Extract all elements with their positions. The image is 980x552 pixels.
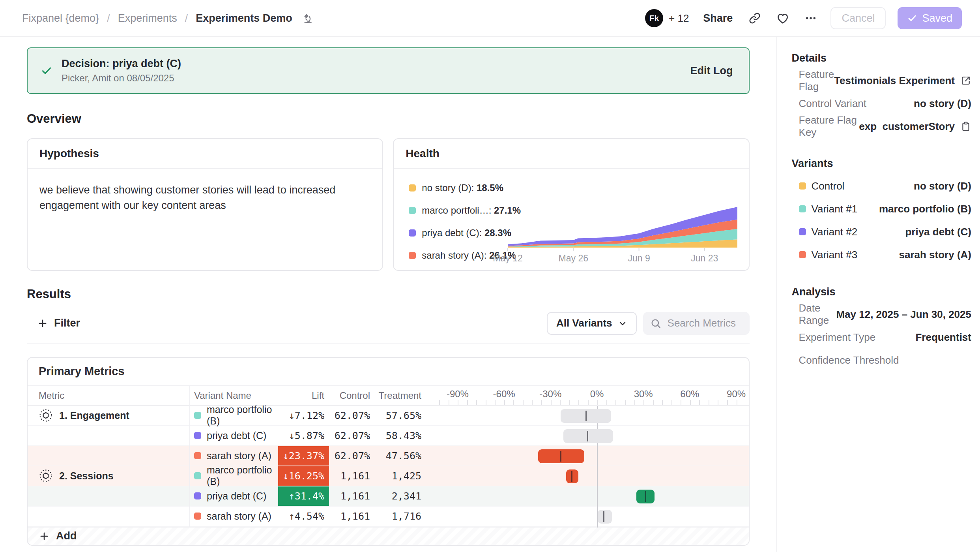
favorite-heart-icon[interactable] <box>774 10 791 26</box>
variant-row: Variant #1marco portfolio (B) <box>792 197 971 220</box>
lift-cell: ↓7.12% <box>278 406 329 425</box>
control-value: 1,161 <box>329 466 375 486</box>
health-stacked-area-chart: May 12May 26Jun 9Jun 23 <box>508 199 737 262</box>
variant-name: marco portfolio (B) <box>207 404 278 427</box>
control-value: 62.07% <box>329 406 375 425</box>
variant-name: marco portfolio (B) <box>207 464 278 487</box>
metric-cell: 1. Engagement <box>28 406 189 425</box>
variant-slot-label: Control <box>812 180 845 192</box>
topbar: Fixpanel {demo} / Experiments / Experime… <box>0 0 980 37</box>
table-row[interactable]: sarah story (A)↑4.54%1,1611,716 <box>28 507 749 527</box>
lift-cell: ↓16.25% <box>278 466 329 486</box>
variants-dropdown[interactable]: All Variants <box>547 312 637 335</box>
main-content: Decision: priya debt (C) Picker, Amit on… <box>0 37 776 552</box>
edit-log-button[interactable]: Edit Log <box>690 65 733 77</box>
table-row[interactable]: 1. Engagementmarco portfolio (B)↓7.12%62… <box>28 406 749 426</box>
share-button[interactable]: Share <box>701 12 735 24</box>
variants-dropdown-label: All Variants <box>556 317 612 329</box>
avatar-overflow-count[interactable]: + 12 <box>669 12 689 24</box>
detail-label: Feature Flag Key <box>799 114 859 139</box>
metric-target-icon <box>39 469 53 483</box>
cancel-button[interactable]: Cancel <box>830 7 886 29</box>
add-metric-button[interactable]: Add <box>28 527 749 545</box>
analysis-section-title: Analysis <box>792 286 971 298</box>
metric-cell: 2. Sessions <box>28 466 189 486</box>
legend-swatch <box>409 207 416 214</box>
saved-button[interactable]: Saved <box>898 7 962 29</box>
decision-title: Decision: priya debt (C) <box>62 58 181 70</box>
experiment-page: Fixpanel {demo} / Experiments / Experime… <box>0 0 980 552</box>
x-axis-label: Jun 23 <box>691 253 718 263</box>
variant-row: Controlno story (D) <box>792 175 971 197</box>
col-variant: Variant Name <box>189 390 278 401</box>
analysis-label: Confidence Threshold <box>799 354 899 366</box>
overview-heading: Overview <box>27 111 750 126</box>
axis-tick-label: 60% <box>680 389 699 400</box>
treatment-value: 1,716 <box>375 507 426 526</box>
zero-percent-line <box>597 406 598 528</box>
breadcrumb-separator: / <box>107 12 110 24</box>
x-axis-label: May 12 <box>493 253 522 263</box>
table-row[interactable]: priya debt (C)↑31.4%1,1612,341 <box>28 486 749 507</box>
axis-tick-label: -90% <box>447 389 469 400</box>
variant-swatch <box>799 228 806 235</box>
variant-swatch <box>799 182 806 190</box>
confidence-interval-bar <box>598 510 612 524</box>
variant-value: marco portfolio (B) <box>879 203 971 215</box>
copy-link-icon[interactable] <box>747 10 763 26</box>
analysis-value: May 12, 2025 – Jun 30, 2025 <box>836 308 971 321</box>
variant-swatch <box>194 452 201 459</box>
variant-swatch <box>799 251 806 258</box>
analysis-row: Experiment TypeFrequentist <box>792 326 971 349</box>
legend-swatch <box>409 229 416 237</box>
x-axis-label: May 26 <box>558 253 588 263</box>
variant-swatch <box>194 412 201 419</box>
breadcrumb-separator: / <box>185 12 188 24</box>
lift-cell: ↑4.54% <box>278 507 329 526</box>
lift-axis: -90%-60%-30%0%30%60%90% <box>426 386 749 405</box>
axis-tick-label: 0% <box>590 389 604 400</box>
variant-slot-label: Variant #3 <box>812 249 858 261</box>
detail-row: Control Variantno story (D) <box>792 92 971 115</box>
lift-chip: ↓16.25% <box>278 466 329 486</box>
detail-label: Feature Flag <box>799 68 834 93</box>
details-sidebar: Details Feature FlagTestimonials Experim… <box>776 37 980 552</box>
variant-swatch <box>194 432 201 439</box>
primary-metrics-title: Primary Metrics <box>28 358 749 385</box>
variants-section-title: Variants <box>792 158 971 170</box>
analysis-label: Date Range <box>799 302 836 327</box>
add-metric-label: Add <box>56 530 77 542</box>
ci-chart-cell <box>426 466 749 486</box>
add-filter-button[interactable]: Filter <box>35 317 82 330</box>
primary-metrics-card: Primary Metrics Metric Variant Name Lift… <box>27 357 750 546</box>
analysis-value: Frequentist <box>915 331 971 344</box>
axis-tick-label: 90% <box>727 389 746 400</box>
variant-swatch <box>194 472 201 479</box>
col-control: Control <box>329 390 375 401</box>
control-value: 62.07% <box>329 426 375 445</box>
variant-slot-label: Variant #2 <box>812 226 858 238</box>
x-axis-label: Jun 9 <box>628 253 650 263</box>
breadcrumb-project[interactable]: Fixpanel {demo} <box>22 12 99 24</box>
variant-name: sarah story (A) <box>207 450 271 462</box>
external-link-icon[interactable] <box>960 75 971 86</box>
avatar[interactable]: Fk <box>645 9 663 27</box>
health-card: Health no story (D): 18.5%marco portfoli… <box>393 138 749 271</box>
col-metric: Metric <box>28 390 189 401</box>
detail-value: no story (D) <box>914 98 971 110</box>
hypothesis-card: Hypothesis we believe that showing custo… <box>27 138 383 271</box>
table-row[interactable]: 2. Sessionsmarco portfolio (B)↓16.25%1,1… <box>28 466 749 486</box>
treatment-value: 58.43% <box>375 426 426 445</box>
microscope-icon <box>302 12 314 24</box>
variant-cell: priya debt (C) <box>189 426 278 445</box>
copy-icon[interactable] <box>960 121 971 132</box>
table-row[interactable]: sarah story (A)↓23.37%62.07%47.56% <box>28 446 749 466</box>
table-row[interactable]: priya debt (C)↓5.87%62.07%58.43% <box>28 426 749 446</box>
breadcrumb-experiments[interactable]: Experiments <box>118 12 177 24</box>
variant-value: priya debt (C) <box>905 226 971 238</box>
variant-cell: priya debt (C) <box>189 486 278 506</box>
more-options-icon[interactable] <box>803 10 819 26</box>
plus-icon <box>39 531 50 542</box>
topbar-actions: Fk + 12 Share Cancel <box>645 7 962 29</box>
search-metrics-input[interactable] <box>667 317 742 330</box>
